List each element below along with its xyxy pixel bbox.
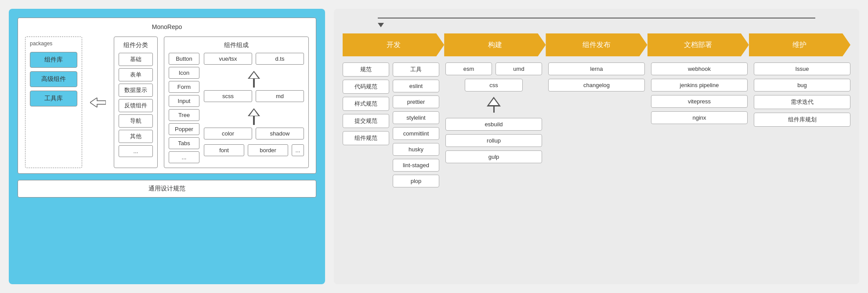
chevron-shape-docs: 文档部署: [647, 33, 749, 56]
arrow-shaft2: [253, 116, 255, 125]
maint-iterate: 需求迭代: [754, 95, 850, 109]
build-esm-umd: esm umd: [445, 62, 542, 75]
arrow-shaft: [253, 79, 255, 88]
columns-row: 规范 代码规范 样式规范 提交规范 组件规范 工具 eslint prettie…: [343, 62, 850, 275]
chevron-label-build: 构建: [488, 40, 502, 50]
category-box: 组件分类 基础 表单 数据显示 反馈组件 导航 其他 ...: [114, 37, 158, 168]
comp-button: Button: [169, 53, 199, 65]
dev-stylelint: stylelint: [393, 111, 439, 124]
comp-border: border: [248, 144, 288, 156]
build-css: css: [465, 79, 523, 92]
docs-vitepress: vitepress: [651, 95, 748, 108]
chevron-label-docs: 文档部署: [684, 40, 712, 50]
chevron-label-maintain: 维护: [792, 40, 807, 50]
pipeline-row: 开发 构建 组件发布 文档部署 维护: [343, 33, 850, 56]
cat-data: 数据显示: [119, 84, 153, 97]
pipeline-top-line: [343, 18, 850, 27]
packages-box: packages 组件库 高级组件 工具库: [25, 37, 82, 168]
comp-icon: Icon: [169, 67, 199, 79]
dev-commit: 提交规范: [343, 114, 389, 128]
arrow-up-icon2: [248, 108, 260, 116]
packages-label: packages: [30, 40, 77, 47]
dev-norm-title: 规范: [343, 62, 389, 77]
build-arrow-icon: [487, 97, 501, 106]
monorepo-box: MonoRepo packages 组件库 高级组件 工具库 组: [18, 18, 316, 174]
comp-files-col: vue/tsx d.ts scss md: [204, 53, 304, 163]
chevron-maintain: 维护: [749, 33, 850, 56]
dev-husky: husky: [393, 143, 439, 156]
dev-lint-staged: lint-staged: [393, 159, 439, 172]
pub-changelog: changelog: [548, 79, 645, 92]
docs-jenkins: jenkins pipeline: [651, 79, 748, 92]
main-container: MonoRepo packages 组件库 高级组件 工具库 组: [0, 0, 868, 293]
comp-md: md: [256, 90, 304, 102]
component-lib-item: 组件库: [30, 52, 77, 68]
composition-box: 组件组成 Button Icon Form Input Tree Popper …: [164, 37, 309, 168]
pipeline-down-arrow: [378, 23, 384, 27]
dev-eslint: eslint: [393, 80, 439, 92]
comp-vuetsx: vue/tsx: [204, 53, 252, 65]
vts-row: vue/tsx d.ts: [204, 53, 304, 65]
chevron-dev: 开发: [343, 33, 444, 56]
chevron-docs: 文档部署: [647, 33, 749, 56]
token-row1: color shadow: [204, 128, 304, 139]
comp-tree: Tree: [169, 109, 199, 121]
comp-scss: scss: [204, 90, 252, 102]
arrows-up2: [204, 108, 304, 125]
chevron-shape-maintain: 维护: [749, 33, 850, 56]
bottom-bar: 通用设计规范: [18, 180, 316, 198]
dev-norm-col: 规范 代码规范 样式规范 提交规范 组件规范: [343, 62, 389, 187]
left-content-row: packages 组件库 高级组件 工具库 组件分类 基础 表单 数据显示: [25, 37, 309, 168]
svg-marker-0: [90, 98, 106, 107]
comp-font: font: [204, 144, 244, 156]
cat-nav: 导航: [119, 114, 153, 128]
dev-code: 代码规范: [343, 80, 389, 94]
comp-shadow: shadow: [256, 128, 304, 139]
category-title: 组件分类: [119, 41, 153, 49]
comp-more: ...: [169, 151, 199, 163]
cat-form: 表单: [119, 68, 153, 81]
comp-tabs: Tabs: [169, 137, 199, 149]
dev-component: 组件规范: [343, 131, 389, 145]
comp-dts: d.ts: [256, 53, 304, 65]
docs-webhook: webhook: [651, 62, 748, 75]
toolkit-item: 工具库: [30, 91, 77, 106]
chevron-build: 构建: [444, 33, 546, 56]
right-panel: 开发 构建 组件发布 文档部署 维护: [334, 9, 859, 284]
chevron-label-dev: 开发: [387, 40, 401, 50]
docs-nginx: nginx: [651, 111, 748, 124]
dev-tool-title: 工具: [393, 62, 439, 77]
pub-lerna: lerna: [548, 62, 645, 75]
cat-more: ...: [119, 145, 153, 157]
col-dev: 规范 代码规范 样式规范 提交规范 组件规范 工具 eslint prettie…: [343, 62, 439, 275]
dev-inner: 规范 代码规范 样式规范 提交规范 组件规范 工具 eslint prettie…: [343, 62, 439, 187]
cat-other: 其他: [119, 130, 153, 143]
build-esbuild: esbuild: [445, 118, 542, 131]
col-maintain: Issue bug 需求迭代 组件库规划: [754, 62, 850, 275]
cat-feedback: 反馈组件: [119, 99, 153, 112]
left-arrow-container: [90, 37, 106, 168]
comp-list-col: Button Icon Form Input Tree Popper Tabs …: [169, 53, 199, 163]
maint-issue: Issue: [754, 62, 850, 75]
scss-md-row: scss md: [204, 90, 304, 102]
chevron-shape-build: 构建: [444, 33, 546, 56]
monorepo-title: MonoRepo: [25, 23, 309, 30]
advanced-item: 高级组件: [30, 71, 77, 87]
build-umd: umd: [495, 62, 542, 75]
left-arrow-icon: [90, 98, 106, 107]
comp-ellipsis: ...: [292, 144, 304, 156]
composition-title: 组件组成: [169, 41, 304, 49]
token-row2: font border ...: [204, 144, 304, 156]
maint-bug: bug: [754, 79, 850, 92]
build-rollup: rollup: [445, 134, 542, 147]
col-build: esm umd css esbuild rollup gulp: [445, 62, 542, 275]
build-gulp: gulp: [445, 150, 542, 163]
chevron-shape-publish: 组件发布: [546, 33, 647, 56]
cat-basic: 基础: [119, 53, 153, 66]
dev-prettier: prettier: [393, 95, 439, 108]
comp-popper: Popper: [169, 123, 199, 135]
dev-commitlint: commitlint: [393, 127, 439, 140]
col-publish: lerna changelog: [548, 62, 645, 275]
left-panel: MonoRepo packages 组件库 高级组件 工具库 组: [9, 9, 325, 284]
dev-plop: plop: [393, 175, 439, 187]
